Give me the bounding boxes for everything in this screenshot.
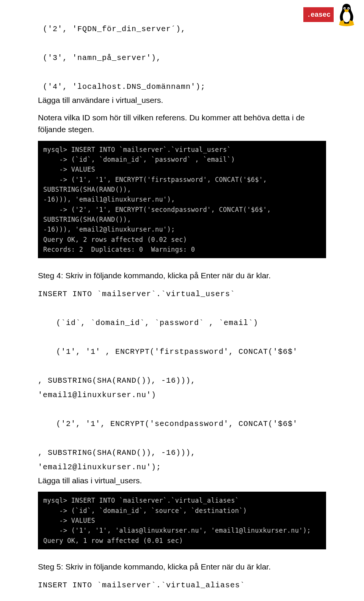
brand-dot: .	[308, 11, 310, 18]
paragraph-add-users: Lägga till användare i virtual_users.	[38, 94, 326, 106]
code-line: INSERT INTO `mailserver`.`virtual_users`	[38, 290, 235, 298]
code-line: ('2', 'FQDN_för_din_server´),	[38, 25, 186, 33]
terminal-output-2: mysql> INSERT INTO `mailserver`.`virtual…	[38, 492, 326, 549]
svg-point-4	[344, 8, 345, 9]
code-line: , SUBSTRING(SHA(RAND()), -16))),	[38, 448, 196, 457]
code-line: , SUBSTRING(SHA(RAND()), -16))),	[38, 376, 196, 385]
code-top: ('2', 'FQDN_för_din_server´), ('3', 'nam…	[38, 22, 326, 94]
brand-badge: .easec	[303, 7, 334, 22]
terminal-output-1: mysql> INSERT INTO `mailserver`.`virtual…	[38, 141, 326, 259]
step-5-heading: Steg 5: Skriv in följande kommando, klic…	[38, 561, 326, 573]
code-line: 'email2@linuxkurser.nu');	[38, 463, 161, 472]
brand-name: easec	[311, 11, 331, 18]
code-line: ('3', 'namn_på_server'),	[38, 54, 161, 62]
code-line: 'email1@linuxkurser.nu')	[38, 391, 156, 399]
document-page: .easec ('2', 'FQDN_för_din_server´), ('3…	[0, 0, 364, 601]
code-insert-users: INSERT INTO `mailserver`.`virtual_users`…	[38, 287, 326, 475]
paragraph-note-ids: Notera vilka ID som hör till vilken refe…	[38, 112, 326, 136]
svg-point-1	[343, 11, 350, 22]
step-4-heading: Steg 4: Skriv in följande kommando, klic…	[38, 270, 326, 282]
svg-point-5	[348, 8, 349, 9]
code-line: ('1', '1' , ENCRYPT('firstpassword', CON…	[38, 345, 326, 359]
code-insert-aliases: INSERT INTO `mailserver`.`virtual_aliase…	[38, 578, 326, 601]
code-line: ('4', 'localhost.DNS_domännamn');	[38, 82, 206, 91]
code-line: INSERT INTO `mailserver`.`virtual_aliase…	[38, 581, 245, 590]
code-line: (`id`, `domain_id`, `password` , `email`…	[38, 316, 326, 330]
header-logo: .easec	[303, 2, 357, 27]
paragraph-add-aliases: Lägga till alias i virtual_users.	[38, 475, 326, 487]
code-line: ('2', '1', ENCRYPT('secondpassword', CON…	[38, 417, 326, 431]
tux-icon	[336, 2, 357, 27]
